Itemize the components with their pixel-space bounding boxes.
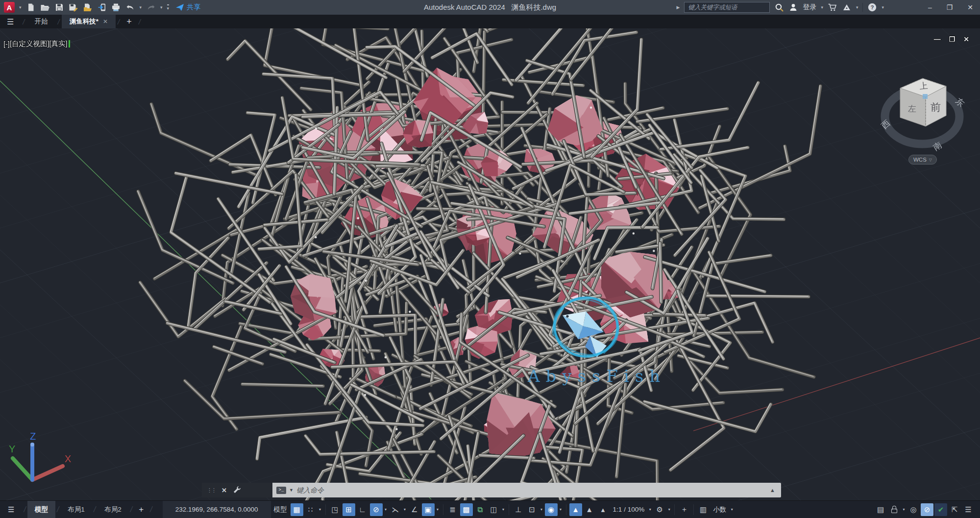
lock-ui-icon-caret[interactable]: ▾ bbox=[901, 507, 906, 512]
drawing-restore-icon[interactable]: ❐ bbox=[949, 35, 956, 43]
save-button[interactable] bbox=[54, 2, 64, 12]
workspace-caret-icon[interactable]: ▾ bbox=[666, 507, 672, 512]
search-collapse-icon[interactable]: ▶ bbox=[676, 5, 680, 10]
new-drawing-tab-button[interactable]: + bbox=[122, 15, 137, 28]
help-icon[interactable]: ? bbox=[867, 2, 877, 12]
command-input[interactable] bbox=[296, 486, 767, 494]
command-expand-icon[interactable]: ▲ bbox=[770, 487, 777, 493]
properties-palette-icon[interactable]: ▤ bbox=[874, 503, 887, 516]
polar-tracking-icon[interactable]: ⊘ bbox=[370, 503, 383, 516]
isometric-drafting-icon-caret[interactable]: ▾ bbox=[402, 507, 408, 512]
layout-tab-layout1[interactable]: 布局1 bbox=[60, 501, 92, 518]
layout-tab-model[interactable]: 模型 bbox=[27, 501, 55, 518]
object-snap-icon[interactable]: ▣ bbox=[422, 503, 435, 516]
graphics-performance-icon[interactable]: ⊘ bbox=[921, 503, 933, 516]
save-to-web-mobile-button[interactable] bbox=[97, 2, 107, 12]
dynamic-input-icon[interactable]: ◳ bbox=[329, 503, 342, 516]
isometric-drafting-icon[interactable]: ⋋ bbox=[389, 503, 402, 516]
new-layout-button[interactable]: + bbox=[134, 505, 148, 515]
command-prompt-icon[interactable]: >_ bbox=[276, 487, 286, 494]
autodesk-mark-icon[interactable] bbox=[842, 2, 852, 12]
qat-customize-caret-icon[interactable]: ▾ bbox=[167, 4, 170, 11]
command-recent-caret-icon[interactable]: ▼ bbox=[289, 488, 294, 493]
ucs-icon[interactable]: ⊥ bbox=[512, 503, 525, 516]
close-button[interactable]: ✕ bbox=[967, 3, 973, 11]
gizmo-icon-caret[interactable]: ▾ bbox=[501, 507, 506, 512]
app-menu-caret-icon[interactable]: ▾ bbox=[19, 5, 22, 10]
viewport-visualstyle-control[interactable]: [真实] bbox=[49, 39, 67, 48]
drawing-minimize-icon[interactable]: — bbox=[934, 35, 941, 43]
object-snap-tracking-icon[interactable]: ∠ bbox=[408, 503, 421, 516]
redo-caret-icon[interactable]: ▾ bbox=[160, 5, 163, 10]
command-close-icon[interactable]: ✕ bbox=[221, 487, 227, 494]
cart-icon[interactable] bbox=[828, 2, 837, 12]
selection-cycling-icon[interactable]: ⊡ bbox=[526, 503, 539, 516]
annotation-scale-value[interactable]: 1:1 / 100% bbox=[610, 506, 648, 513]
autodesk-caret-icon[interactable]: ▾ bbox=[856, 5, 858, 10]
undo-caret-icon[interactable]: ▾ bbox=[140, 5, 142, 10]
snap-mode-icon-caret[interactable]: ▾ bbox=[318, 507, 323, 512]
viewport-minimize-control[interactable]: [-] bbox=[3, 40, 10, 48]
grid-display-icon[interactable]: ▦ bbox=[291, 503, 303, 516]
clean-screen-icon[interactable]: ⇱ bbox=[948, 503, 961, 516]
customization-icon[interactable]: ☰ bbox=[962, 503, 975, 516]
plot-button[interactable] bbox=[111, 2, 121, 12]
snap-overrides-icon[interactable]: ⊞ bbox=[343, 503, 355, 516]
tab-close-icon[interactable]: ✕ bbox=[103, 18, 108, 25]
command-wrench-icon[interactable] bbox=[233, 485, 241, 495]
login-button[interactable]: 登录 bbox=[803, 3, 816, 12]
viewport-view-control[interactable]: [自定义视图] bbox=[10, 39, 49, 48]
ortho-mode-icon[interactable]: ∟ bbox=[356, 503, 369, 516]
model-space-toggle[interactable]: 模型 bbox=[271, 505, 290, 514]
file-tabs-menu-icon[interactable]: ☰ bbox=[0, 15, 21, 28]
scale-caret-icon[interactable]: ▾ bbox=[647, 507, 653, 512]
tab-drawing[interactable]: 渊鱼科技* ✕ bbox=[62, 15, 116, 28]
3d-object-snap-icon[interactable]: ◉ bbox=[545, 503, 558, 516]
minimize-button[interactable]: – bbox=[928, 3, 932, 11]
autocad-logo-icon[interactable]: A bbox=[4, 2, 15, 13]
redo-button[interactable] bbox=[146, 2, 156, 12]
search-icon[interactable] bbox=[774, 2, 784, 12]
standards-check-icon[interactable]: ✔ bbox=[934, 503, 947, 516]
drawing-viewport[interactable]: [-] [自定义视图] [真实] — ❐ ✕ bbox=[0, 28, 980, 500]
restore-button[interactable]: ❐ bbox=[947, 3, 953, 11]
command-line-bar[interactable]: ⋮⋮ ✕ >_ ▼ ▲ bbox=[202, 483, 781, 497]
lineweight-icon[interactable]: ≣ bbox=[446, 503, 459, 516]
annotation-monitor-icon[interactable]: ＋ bbox=[678, 503, 690, 516]
command-grip-handle[interactable]: ⋮⋮ bbox=[207, 487, 216, 494]
layout-menu-icon[interactable]: ☰ bbox=[0, 505, 22, 514]
polar-tracking-icon-caret[interactable]: ▾ bbox=[383, 507, 389, 512]
share-button[interactable]: 共享 bbox=[175, 3, 200, 12]
transparency-icon[interactable]: ▩ bbox=[460, 503, 473, 516]
login-caret-icon[interactable]: ▾ bbox=[821, 5, 823, 10]
object-snap-icon-caret[interactable]: ▾ bbox=[435, 507, 441, 512]
tab-start[interactable]: 开始 bbox=[27, 15, 56, 28]
isolate-objects-icon[interactable]: ◎ bbox=[907, 503, 920, 516]
undo-button[interactable] bbox=[125, 2, 135, 12]
annotation-visibility-icon[interactable]: ▲ bbox=[569, 503, 582, 516]
units-caret-icon[interactable]: ▾ bbox=[729, 507, 735, 512]
selection-filter-icon[interactable]: ⧉ bbox=[474, 503, 487, 516]
viewcube[interactable]: 东 西 南 上 左 前 bbox=[881, 57, 966, 169]
user-icon[interactable] bbox=[788, 2, 798, 12]
new-file-button[interactable] bbox=[26, 2, 36, 12]
open-from-web-button[interactable] bbox=[83, 2, 93, 12]
selection-cycling-icon-caret[interactable]: ▾ bbox=[539, 507, 544, 512]
save-as-button[interactable] bbox=[69, 2, 78, 12]
open-file-button[interactable] bbox=[40, 2, 50, 12]
units-value[interactable]: 小数 bbox=[710, 505, 729, 514]
search-input[interactable] bbox=[684, 2, 770, 13]
snap-mode-icon[interactable]: ∷ bbox=[304, 503, 317, 516]
gizmo-icon[interactable]: ◫ bbox=[488, 503, 500, 516]
lock-ui-icon[interactable] bbox=[888, 503, 901, 516]
units-icon[interactable]: ▥ bbox=[697, 503, 710, 516]
annotation-scale-icon[interactable]: ▴ bbox=[597, 503, 610, 516]
model-3d-render[interactable] bbox=[0, 28, 980, 500]
layout-tab-layout2[interactable]: 布局2 bbox=[97, 501, 129, 518]
help-caret-icon[interactable]: ▾ bbox=[882, 5, 884, 10]
3d-object-snap-icon-caret[interactable]: ▾ bbox=[558, 507, 564, 512]
workspace-gear-icon[interactable]: ⚙ bbox=[653, 503, 666, 516]
annotation-autoscale-icon[interactable]: ▲ bbox=[583, 503, 596, 516]
wcs-menu-button[interactable]: WCS ▽ bbox=[908, 155, 937, 165]
drawing-close-icon[interactable]: ✕ bbox=[963, 35, 969, 43]
